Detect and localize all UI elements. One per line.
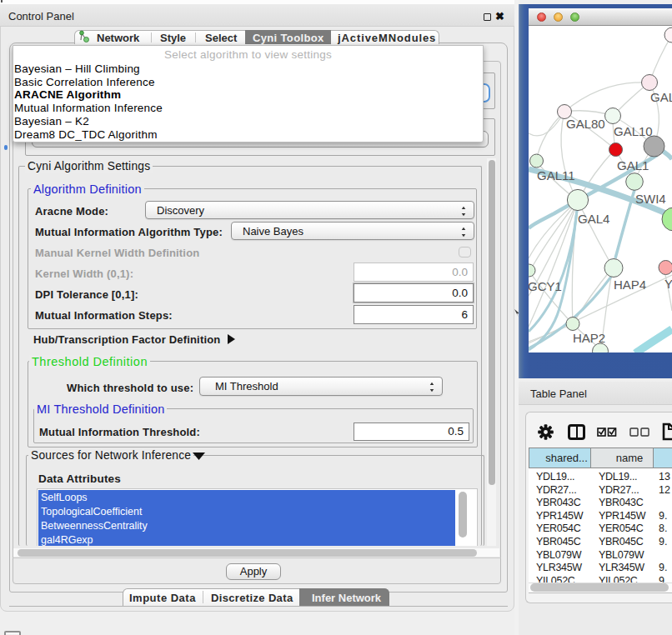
svg-text:GAL80: GAL80 [566, 117, 605, 131]
svg-text:SWI4: SWI4 [635, 192, 666, 206]
svg-text:GAL4: GAL4 [578, 212, 609, 226]
svg-text:GAL7: GAL7 [650, 90, 672, 104]
svg-text:HAP4: HAP4 [614, 278, 646, 292]
svg-text:GAL11: GAL11 [537, 168, 575, 182]
svg-text:GAL10: GAL10 [614, 124, 653, 138]
svg-text:GAL1: GAL1 [617, 158, 649, 172]
svg-text:Y: Y [664, 277, 672, 291]
svg-text:GCY1: GCY1 [529, 279, 562, 293]
svg-text:HAP2: HAP2 [573, 331, 605, 345]
